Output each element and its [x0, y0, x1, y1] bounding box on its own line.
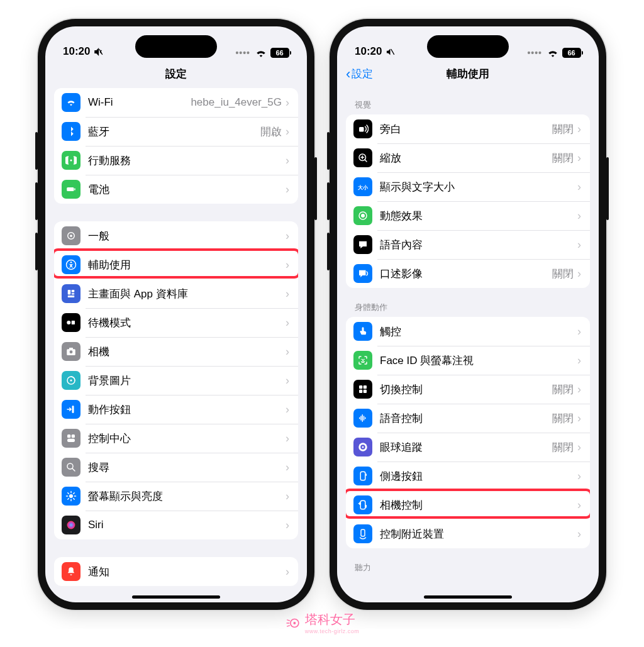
row-voiceover[interactable]: 旁白關閉› — [346, 114, 590, 143]
row-audiodesc[interactable]: 口述影像關閉› — [346, 259, 590, 288]
row-wallpaper[interactable]: 背景圖片› — [54, 366, 298, 395]
row-accessibility[interactable]: 輔助使用› — [54, 250, 298, 279]
chevron-right-icon: › — [577, 412, 581, 425]
row-label: Wi-Fi — [88, 96, 191, 109]
cell-icon — [62, 151, 80, 170]
search-icon — [62, 458, 80, 477]
row-display[interactable]: 螢幕顯示與亮度› — [54, 482, 298, 511]
row-nearby[interactable]: 控制附近裝置› — [346, 519, 590, 548]
row-label: 相機 — [88, 345, 286, 359]
accessibility-icon — [62, 255, 80, 274]
row-standby[interactable]: 待機模式› — [54, 308, 298, 337]
row-label: 一般 — [88, 229, 286, 243]
row-control[interactable]: 控制中心› — [54, 424, 298, 453]
cell-dots-icon: •••• — [235, 48, 250, 58]
svg-point-5 — [70, 235, 72, 237]
settings-content[interactable]: Wi-Fihebe_iu_4ever_5G›藍牙開啟›行動服務›電池› 一般›輔… — [45, 88, 307, 602]
row-label: 主畫面與 App 資料庫 — [88, 287, 286, 301]
row-value: hebe_iu_4ever_5G — [191, 96, 282, 109]
svg-rect-36 — [364, 385, 367, 389]
row-camera[interactable]: 相機› — [54, 337, 298, 366]
row-value: 關閉 — [552, 267, 574, 281]
gear-icon — [62, 226, 80, 245]
chevron-right-icon: › — [286, 345, 289, 358]
row-apps[interactable]: 主畫面與 App 資料庫› — [54, 279, 298, 308]
svg-text:大小: 大小 — [358, 185, 369, 191]
svg-rect-42 — [360, 472, 365, 480]
chevron-right-icon: › — [577, 354, 581, 367]
chevron-right-icon: › — [577, 441, 581, 454]
battery-icon — [62, 180, 80, 199]
row-eyetrack[interactable]: 眼球追蹤關閉› — [346, 433, 590, 462]
row-camcontrol[interactable]: 相機控制› — [346, 490, 590, 519]
row-label: 待機模式 — [88, 316, 286, 330]
status-time: 10:20 — [355, 45, 382, 58]
row-label: 眼球追蹤 — [380, 440, 552, 455]
svg-point-48 — [293, 622, 296, 624]
row-textsize[interactable]: 大小顯示與文字大小› — [346, 172, 590, 201]
svg-point-18 — [70, 380, 72, 382]
chevron-right-icon: › — [286, 519, 289, 532]
row-gear[interactable]: 一般› — [54, 221, 298, 250]
chevron-right-icon: › — [286, 432, 289, 445]
row-label: 口述影像 — [380, 267, 552, 281]
row-zoom[interactable]: 縮放關閉› — [346, 143, 590, 172]
audiodesc-icon — [353, 264, 372, 283]
wallpaper-icon — [62, 371, 80, 390]
back-label: 設定 — [352, 67, 373, 81]
row-label: 控制附近裝置 — [380, 527, 577, 541]
row-bluetooth[interactable]: 藍牙開啟› — [54, 117, 298, 146]
row-siri[interactable]: Siri› — [54, 511, 298, 539]
row-value: 關閉 — [552, 440, 574, 455]
row-label: 語音控制 — [380, 411, 552, 426]
row-sidebutton[interactable]: 側邊按鈕› — [346, 462, 590, 490]
svg-rect-45 — [365, 505, 367, 508]
row-action[interactable]: 動作按鈕› — [54, 395, 298, 424]
section-header-vision: 視覺 — [346, 88, 590, 114]
row-battery[interactable]: 電池› — [54, 175, 298, 204]
row-value: 開啟 — [260, 124, 282, 139]
row-faceid[interactable]: Face ID 與螢幕注視› — [346, 346, 590, 375]
row-motion[interactable]: 動態效果› — [346, 201, 590, 230]
home-indicator[interactable] — [424, 595, 512, 599]
row-label: 藍牙 — [88, 124, 260, 139]
row-touch[interactable]: 觸控› — [346, 317, 590, 346]
row-speech[interactable]: 語音內容› — [346, 230, 590, 259]
chevron-right-icon: › — [577, 325, 581, 338]
action-icon — [62, 400, 80, 419]
svg-rect-2 — [67, 187, 74, 191]
standby-icon — [62, 313, 80, 332]
chevron-right-icon: › — [577, 499, 581, 512]
row-label: 語音內容 — [380, 238, 577, 252]
row-label: 動態效果 — [380, 209, 577, 223]
svg-rect-22 — [67, 439, 75, 442]
row-bell[interactable]: 通知› — [54, 557, 298, 586]
bell-icon — [62, 562, 80, 581]
row-search[interactable]: 搜尋› — [54, 453, 298, 482]
svg-point-7 — [70, 262, 72, 263]
voiceover-icon — [353, 119, 372, 138]
svg-point-33 — [361, 359, 362, 360]
control-icon — [62, 429, 80, 448]
chevron-right-icon: › — [286, 461, 289, 474]
row-label: 通知 — [88, 565, 286, 579]
svg-point-24 — [69, 494, 73, 498]
row-label: 觸控 — [380, 324, 577, 339]
chevron-right-icon: › — [286, 287, 289, 301]
settings-group-notifications: 通知› — [54, 557, 298, 586]
chevron-right-icon: › — [286, 154, 289, 167]
row-wifi[interactable]: Wi-Fihebe_iu_4ever_5G› — [54, 88, 298, 117]
chevron-right-icon: › — [577, 123, 581, 136]
row-cell[interactable]: 行動服務› — [54, 146, 298, 175]
row-voicectrl[interactable]: 語音控制關閉› — [346, 404, 590, 433]
svg-rect-20 — [67, 434, 70, 438]
row-label: 行動服務 — [88, 153, 286, 168]
accessibility-content[interactable]: 視覺 旁白關閉›縮放關閉›大小顯示與文字大小›動態效果›語音內容›口述影像關閉›… — [337, 88, 599, 602]
home-indicator[interactable] — [132, 595, 220, 599]
speech-icon — [353, 235, 372, 254]
svg-point-32 — [361, 214, 365, 218]
back-button[interactable]: ‹ 設定 — [346, 67, 373, 81]
navbar: 設定 — [45, 60, 307, 88]
row-switch[interactable]: 切換控制關閉› — [346, 375, 590, 404]
row-label: 側邊按鈕 — [380, 469, 577, 484]
